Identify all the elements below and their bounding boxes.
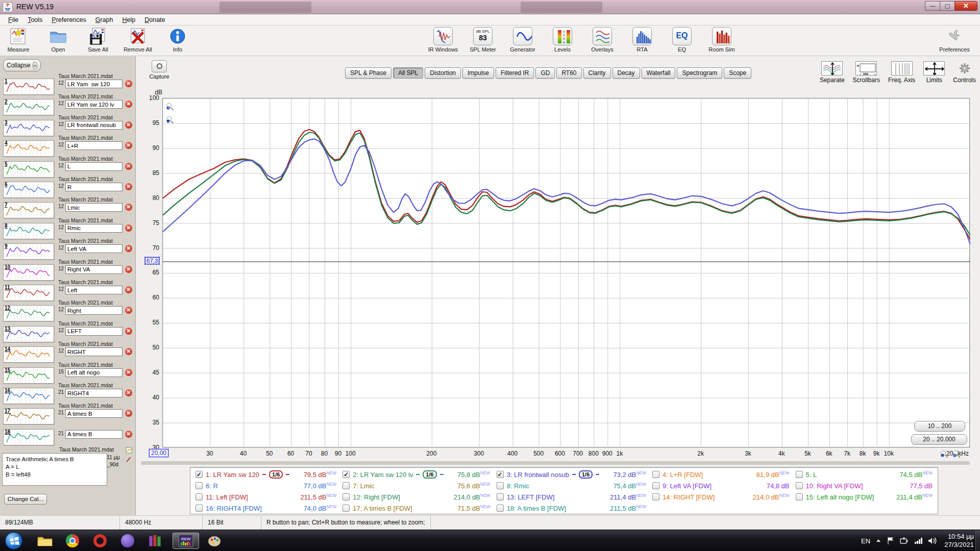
measurement-name-input[interactable] [65, 389, 122, 397]
delete-measurement-button[interactable]: ✕ [125, 142, 132, 149]
measurement-thumbnail[interactable]: 13 [3, 326, 54, 342]
tab-clarity[interactable]: Clarity [583, 67, 611, 79]
measurement-row-15[interactable]: 15Taus March 2021.mdat15✕ [1, 363, 135, 384]
measurement-thumbnail[interactable]: 1 [3, 79, 54, 95]
measurement-name-input[interactable] [65, 183, 122, 191]
measurement-thumbnail[interactable]: 14 [3, 346, 54, 363]
measurement-thumbnail[interactable]: 7 [3, 202, 54, 218]
legend-checkbox[interactable]: ✓ [195, 471, 203, 478]
taskbar-opera-icon[interactable] [90, 533, 110, 549]
legend-checkbox[interactable] [796, 482, 803, 489]
freq-axis-button[interactable]: Freq. Axis [888, 61, 915, 84]
delete-measurement-button[interactable]: ✕ [125, 121, 132, 129]
legend-checkbox[interactable] [497, 482, 504, 489]
menu-help[interactable]: Help [118, 15, 140, 24]
delete-measurement-button[interactable]: ✕ [125, 348, 132, 355]
measurement-row-1[interactable]: 1Taus March 2021.mdat12✕ [1, 74, 135, 95]
delete-measurement-button[interactable]: ✕ [125, 266, 132, 273]
measurement-thumbnail[interactable]: 10 [3, 264, 54, 281]
zoom-out-y-icon[interactable]: - [166, 116, 175, 124]
menu-preferences[interactable]: Preferences [47, 15, 90, 24]
spl-plot[interactable]: + - Average the Responses 10 .. 200 20 .… [162, 98, 970, 447]
rta-button[interactable]: RTA [626, 27, 658, 53]
delete-measurement-button[interactable]: ✕ [125, 163, 132, 170]
delete-measurement-button[interactable]: ✕ [125, 328, 132, 335]
collapse-button[interactable]: Collapse « [3, 59, 41, 71]
tab-all-spl[interactable]: All SPL [393, 67, 423, 79]
measurement-row-14[interactable]: 14Taus March 2021.mdat12✕ [1, 342, 135, 363]
measurement-thumbnail[interactable]: 3 [3, 120, 54, 136]
delete-measurement-button[interactable]: ✕ [125, 431, 132, 438]
measurement-thumbnail[interactable]: 12 [3, 305, 54, 321]
measurement-name-input[interactable] [65, 286, 122, 294]
legend-checkbox[interactable] [342, 493, 350, 500]
measurement-name-input[interactable] [65, 121, 122, 130]
measurement-thumbnail[interactable]: 16 [3, 388, 54, 404]
measurement-row-18[interactable]: 1821✕ [1, 425, 135, 445]
legend-checkbox[interactable] [497, 493, 504, 500]
legend-checkbox[interactable] [342, 482, 350, 489]
zoom-out-x-icon[interactable]: - [940, 450, 949, 459]
legend-label[interactable]: 10: Right VA [FDW] [806, 482, 863, 490]
menu-file[interactable]: File [4, 15, 22, 24]
measurement-row-3[interactable]: 3Taus March 2021.mdat12✕ [1, 116, 135, 136]
levels-button[interactable]: 0369Levels [546, 27, 579, 53]
network-signal-icon[interactable] [914, 537, 923, 544]
legend-checkbox[interactable]: ✓ [497, 471, 504, 478]
smoothing-badge[interactable]: 1/6 [579, 470, 593, 479]
change-cal-button[interactable]: Change Cal... [4, 494, 47, 505]
scrollbars-button[interactable]: Scrollbars [853, 61, 880, 84]
legend-checkbox[interactable] [497, 505, 504, 512]
measurement-name-input[interactable] [65, 409, 122, 418]
volume-icon[interactable] [928, 537, 937, 545]
measurement-row-7[interactable]: 7Taus March 2021.mdat12✕ [1, 198, 135, 218]
legend-label[interactable]: 11: Left [FDW] [206, 493, 248, 501]
taskbar-explorer-icon[interactable] [35, 533, 55, 549]
tray-expand-icon[interactable] [875, 538, 881, 543]
zoom-in-y-icon[interactable]: + [166, 103, 175, 111]
legend-checkbox[interactable] [195, 505, 203, 512]
eq-button[interactable]: EQEQ [666, 27, 698, 53]
delete-measurement-button[interactable]: ✕ [125, 183, 132, 190]
legend-checkbox[interactable] [796, 471, 803, 478]
ir-windows-button[interactable]: IR Windows [427, 27, 459, 53]
delete-measurement-button[interactable]: ✕ [125, 101, 132, 108]
measurement-name-input[interactable] [65, 430, 122, 439]
tab-spl-phase[interactable]: SPL & Phase [345, 67, 391, 79]
minimize-button[interactable]: — [925, 1, 940, 11]
measurement-thumbnail[interactable]: 2 [3, 99, 54, 115]
legend-label[interactable]: 5: L [806, 471, 817, 479]
range-20-20000-button[interactable]: 20 .. 20.000 [911, 434, 967, 445]
separate-button[interactable]: Separate [820, 61, 845, 84]
measurement-thumbnail[interactable]: 4 [3, 140, 54, 157]
spl-meter-button[interactable]: dB SPL83SPL Meter [467, 27, 499, 53]
measurement-thumbnail[interactable]: 18 [3, 429, 54, 445]
legend-label[interactable]: 6: R [206, 482, 218, 490]
measurement-row-5[interactable]: 5Taus March 2021.mdat12✕ [1, 157, 135, 178]
capture-button[interactable]: Capture [144, 60, 175, 80]
legend-label[interactable]: 12: Right [FDW] [353, 493, 400, 501]
measurement-row-4[interactable]: 4Taus March 2021.mdat12✕ [1, 136, 135, 157]
measurement-name-input[interactable] [65, 162, 122, 171]
taskbar-browser-icon[interactable] [117, 533, 138, 549]
measurement-row-12[interactable]: 12Taus March 2021.mdat12✕ [1, 301, 135, 321]
delete-measurement-button[interactable]: ✕ [125, 204, 132, 211]
x-axis-min-label[interactable]: 20,00 [149, 449, 168, 457]
measurement-thumbnail[interactable]: 5 [3, 161, 54, 178]
measurement-name-input[interactable] [65, 368, 122, 377]
measurement-thumbnail[interactable]: 8 [3, 223, 54, 239]
legend-label[interactable]: 2: LR Yam sw 120 lv [353, 471, 413, 479]
measurement-name-input[interactable] [65, 80, 122, 88]
tab-decay[interactable]: Decay [612, 67, 640, 79]
delete-measurement-button[interactable]: ✕ [125, 410, 132, 417]
measurement-thumbnail[interactable]: 17 [3, 408, 54, 424]
legend-label[interactable]: 17: A times B [FDW] [353, 505, 412, 512]
legend-checkbox[interactable] [652, 471, 659, 478]
measurement-thumbnail[interactable]: 11 [3, 285, 54, 301]
measurement-name-input[interactable] [65, 306, 122, 315]
delete-measurement-button[interactable]: ✕ [125, 245, 132, 252]
legend-label[interactable]: 16: RIGHT4 [FDW] [206, 505, 262, 512]
legend-label[interactable]: 15: Left alt nogo [FDW] [806, 493, 874, 501]
smoothing-badge[interactable]: 1/6 [269, 470, 283, 479]
taskbar-clock[interactable]: 10:54 μμ 27/3/2021 [944, 533, 974, 549]
